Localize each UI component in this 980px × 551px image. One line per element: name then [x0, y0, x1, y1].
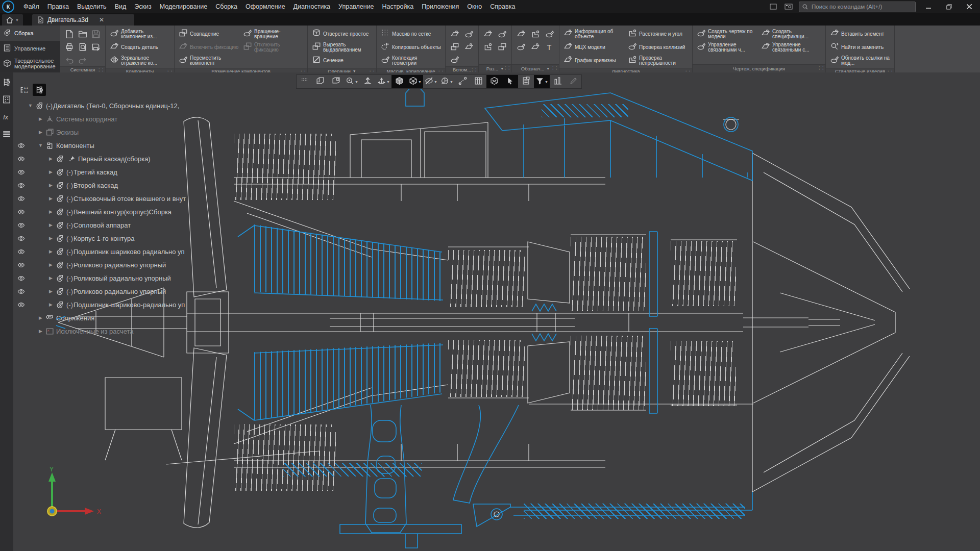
tree-item-9[interactable]: ▶(-)Внешний контур(корпус)Сборка	[15, 205, 204, 218]
menu-Настройка[interactable]: Настройка	[378, 1, 418, 12]
menu-Моделирование[interactable]: Моделирование	[156, 1, 212, 12]
screen-settings-icon[interactable]	[783, 3, 794, 11]
open-folder-icon[interactable]	[77, 29, 89, 40]
mode-item-2[interactable]: Управление	[0, 41, 60, 56]
new-document-icon[interactable]	[63, 29, 76, 40]
parameters-icon[interactable]	[1, 94, 12, 105]
visibility-eye-icon[interactable]	[15, 274, 27, 282]
ribbon-button-simple-hole[interactable]: Отверстие простое	[310, 28, 374, 41]
hide-objects-icon[interactable]: ▼	[423, 75, 439, 88]
tree-item-16[interactable]: ▶(-)Подшипник шариково-радиально уп	[15, 298, 204, 311]
expander-down-icon[interactable]: ▼	[27, 103, 34, 108]
detail-view-icon[interactable]	[496, 29, 508, 40]
close-button[interactable]	[962, 2, 977, 12]
tree-item-4[interactable]: ▼Компоненты	[15, 139, 204, 152]
expander-right-icon[interactable]: ▶	[47, 209, 55, 214]
tree-item-18[interactable]: ▶Исключенные из расчета	[15, 324, 204, 338]
expander-right-icon[interactable]: ▶	[47, 262, 55, 267]
break-view-icon[interactable]	[482, 41, 494, 53]
visibility-eye-icon[interactable]	[15, 195, 27, 203]
dropdown-caret-icon[interactable]: ▼	[386, 80, 390, 84]
expander-right-icon[interactable]: ▶	[47, 289, 55, 294]
tree-item-1[interactable]: ▼(-)Двигатель (Тел-0, Сборочных единиц-1…	[15, 99, 204, 112]
menu-Правка[interactable]: Правка	[43, 1, 73, 12]
section-grip[interactable]: ⋮⋮	[97, 68, 104, 72]
section-grip[interactable]: ⋮⋮	[684, 69, 691, 72]
section-grip[interactable]: ⋮⋮	[886, 69, 893, 72]
document-tab[interactable]: Двигатель.a3d ✕	[32, 14, 134, 26]
reorient-icon[interactable]	[360, 75, 376, 88]
tree-item-10[interactable]: ▶(-)Сопловой аппарат	[15, 218, 204, 232]
structure-panel-icon[interactable]	[550, 75, 566, 88]
menu-Приложения[interactable]: Приложения	[418, 1, 463, 12]
expander-right-icon[interactable]: ▶	[47, 196, 55, 201]
dropdown-caret-icon[interactable]: ▼	[434, 80, 437, 84]
menu-Файл[interactable]: Файл	[19, 1, 43, 12]
home-button[interactable]: ▼	[2, 14, 23, 26]
search-input[interactable]	[811, 3, 912, 10]
menu-Эскиз[interactable]: Эскиз	[130, 1, 155, 12]
expander-right-icon[interactable]: ▶	[47, 169, 55, 174]
measure-path-icon[interactable]	[455, 75, 471, 88]
tree-item-17[interactable]: ▶Сопряжения	[15, 311, 204, 324]
expander-right-icon[interactable]: ▶	[37, 315, 44, 320]
shaded-mode-icon[interactable]	[391, 75, 407, 88]
construction-plane-icon[interactable]	[449, 29, 461, 40]
expander-right-icon[interactable]: ▶	[47, 236, 55, 241]
ribbon-button-object-info[interactable]: Информация об объекте	[562, 28, 625, 41]
zoom-icon[interactable]: ▼	[344, 75, 360, 88]
minimize-button[interactable]	[921, 2, 936, 12]
ribbon-button-insert-element[interactable]: Вставить элемент	[828, 28, 892, 41]
tree-item-13[interactable]: ▶(-)Роликово радиально упорный	[15, 258, 204, 271]
ribbon-button-continuity-check[interactable]: Проверка непрерывности	[626, 54, 690, 67]
menu-lines-icon[interactable]	[1, 129, 12, 140]
tree-item-2[interactable]: ▶Системы координат	[15, 112, 204, 126]
expander-right-icon[interactable]: ▶	[47, 183, 55, 188]
fx-variables-icon[interactable]: fx	[1, 111, 12, 122]
tolerance-icon[interactable]	[515, 41, 527, 53]
tree-item-8[interactable]: ▶(-)Стыковочный отсек внешнего и внут	[15, 192, 204, 205]
visibility-eye-icon[interactable]	[15, 261, 27, 269]
local-csys-icon[interactable]	[463, 41, 475, 53]
dropdown-caret-icon[interactable]: ▼	[355, 80, 358, 84]
ribbon-button-mate-coincident[interactable]: Совпадение	[177, 28, 240, 41]
menu-Вид[interactable]: Вид	[111, 1, 131, 12]
dropdown-caret-icon[interactable]: ▼	[450, 80, 453, 84]
print-preview-icon[interactable]	[77, 41, 89, 53]
visibility-eye-icon[interactable]	[15, 142, 27, 149]
ribbon-button-rotation-rotation[interactable]: Вращение-вращение	[241, 28, 305, 41]
tree-item-3[interactable]: ▶Эскизы	[15, 126, 204, 139]
section-line-icon[interactable]	[482, 29, 494, 40]
tree-item-15[interactable]: ▶(-)Роликово радиально упорный	[15, 285, 204, 298]
filter-icon[interactable]: ▼	[534, 75, 550, 88]
ribbon-button-manage-drawings[interactable]: Управление связанными ч...	[695, 41, 758, 54]
visibility-eye-icon[interactable]	[15, 168, 27, 176]
tree-item-11[interactable]: ▶(-)Корпус 1-го контура	[15, 232, 204, 245]
toolbar-grip[interactable]	[297, 75, 312, 88]
save-as-icon[interactable]	[90, 41, 102, 53]
dropdown-caret-icon[interactable]: ▼	[418, 80, 422, 84]
dropdown-caret-icon[interactable]: ▼	[545, 80, 548, 84]
visibility-eye-icon[interactable]	[15, 288, 27, 295]
offset-plane-icon[interactable]	[449, 41, 461, 53]
section-caret-icon[interactable]: ▼	[353, 69, 356, 72]
ribbon-button-find-replace[interactable]: Найти и заменить	[828, 41, 892, 54]
mass-panel-icon[interactable]	[486, 75, 502, 88]
ribbon-button-geometry-collection[interactable]: Коллекция геометрии	[379, 54, 443, 67]
menu-Диагностика[interactable]: Диагностика	[289, 1, 334, 12]
ribbon-button-move-component[interactable]: Переместить компонент	[177, 54, 240, 67]
expander-right-icon[interactable]: ▶	[47, 276, 55, 281]
ribbon-button-curvature-graph[interactable]: График кривизны	[562, 54, 625, 67]
base-symbol-icon[interactable]	[529, 41, 542, 53]
section-grip[interactable]: ⋮⋮	[368, 69, 375, 72]
tree-item-5[interactable]: ▶Первый каскад(сборка)	[15, 152, 204, 165]
expander-right-icon[interactable]: ▶	[47, 302, 55, 307]
ribbon-button-manage-specs[interactable]: Управление связанными с...	[760, 41, 823, 54]
menu-Оформление[interactable]: Оформление	[241, 1, 289, 12]
spline-icon[interactable]	[449, 54, 461, 65]
menu-Окно[interactable]: Окно	[463, 1, 486, 12]
command-search[interactable]	[799, 2, 916, 12]
section-grip[interactable]: ⋮⋮	[503, 66, 510, 70]
create-sketch-icon[interactable]	[312, 75, 328, 88]
expander-right-icon[interactable]: ▶	[37, 116, 44, 121]
